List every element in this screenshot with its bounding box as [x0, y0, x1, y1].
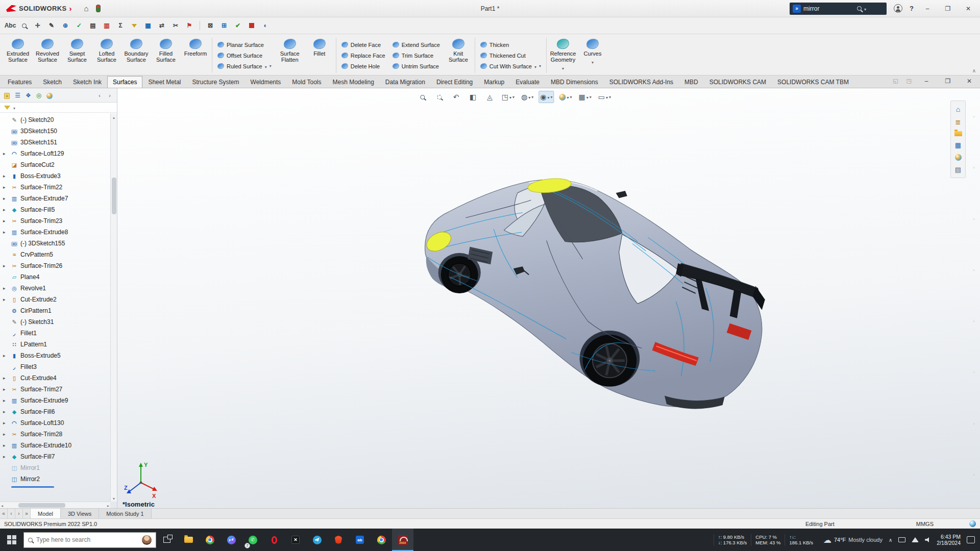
- doc-restore-icon[interactable]: [893, 78, 898, 85]
- tree-item[interactable]: Surface-Trim22: [2, 182, 117, 193]
- scroll-up-icon[interactable]: [113, 113, 115, 120]
- home-button[interactable]: ⌂: [81, 3, 92, 14]
- propertymanager-tab[interactable]: [15, 92, 20, 99]
- ribbon-button[interactable]: Boundary Surface: [121, 36, 151, 75]
- tree-item[interactable]: SurfaceCut2: [2, 159, 117, 170]
- tree-item[interactable]: Cut-Extrude2: [2, 294, 117, 305]
- grid-button[interactable]: ⊞: [218, 19, 230, 32]
- ribbon-button[interactable]: Filled Surface: [151, 36, 181, 75]
- zoom-fit-button[interactable]: [416, 91, 429, 103]
- expand-arrow-icon[interactable]: [3, 185, 8, 190]
- opera-button[interactable]: [263, 529, 285, 551]
- surface-flatten-button[interactable]: Surface Flatten: [275, 36, 305, 75]
- tree-item[interactable]: LPattern1: [2, 339, 117, 350]
- tree-item[interactable]: Revolve1: [2, 283, 117, 294]
- toolbar-separator[interactable]: [200, 21, 200, 30]
- tree-item[interactable]: 3DSketch150: [2, 126, 117, 137]
- expand-arrow-icon[interactable]: [3, 353, 8, 358]
- ab-app-button[interactable]: ab: [349, 529, 371, 551]
- search-icon[interactable]: [857, 6, 862, 11]
- appearances-button[interactable]: [955, 154, 962, 161]
- taskbar-search-input[interactable]: [36, 536, 138, 543]
- scrollbar-thumb[interactable]: [18, 503, 65, 508]
- curves-button[interactable]: Curves: [578, 36, 607, 75]
- scroll-down-icon[interactable]: [113, 494, 115, 502]
- dynamic-annotation-button[interactable]: [483, 91, 497, 103]
- x-app-button[interactable]: [285, 529, 306, 551]
- tree-item[interactable]: Surface-Extrude8: [2, 227, 117, 238]
- flag-button[interactable]: ⚑: [183, 19, 195, 32]
- tree-item[interactable]: Surface-Trim28: [2, 429, 117, 440]
- command-tab[interactable]: Mesh Modeling: [327, 76, 379, 88]
- command-tab[interactable]: Evaluate: [510, 76, 545, 88]
- tree-item[interactable]: Plane4: [2, 271, 117, 283]
- command-tab[interactable]: SOLIDWORKS CAM TBM: [772, 76, 854, 88]
- view-settings-button[interactable]: [597, 91, 612, 103]
- panel-prev-button[interactable]: [96, 92, 103, 98]
- expand-arrow-icon[interactable]: [3, 196, 8, 201]
- task-pane-edge-icon[interactable]: ▫: [973, 369, 975, 375]
- ribbon-button[interactable]: Extruded Surface: [3, 36, 33, 75]
- spell-checker-button[interactable]: Abc: [4, 19, 16, 32]
- document-tab[interactable]: 3D Views: [61, 509, 99, 518]
- web-globe-button[interactable]: ⊕: [59, 19, 71, 32]
- minimize-button[interactable]: [921, 5, 934, 12]
- expand-arrow-icon[interactable]: [3, 151, 8, 156]
- edit-appearance-button[interactable]: [557, 91, 573, 103]
- annotation-note-button[interactable]: ✎: [45, 19, 58, 32]
- view-orientation-button[interactable]: [500, 91, 516, 103]
- command-tab[interactable]: SOLIDWORKS CAM: [704, 76, 772, 88]
- tree-item[interactable]: 3DSketch151: [2, 137, 117, 148]
- zoom-magnifier-button[interactable]: [18, 19, 30, 32]
- ribbon-button[interactable]: Lofted Surface: [92, 36, 121, 75]
- doc-close-button[interactable]: [963, 78, 976, 85]
- tree-item[interactable]: Surface-Loft129: [2, 148, 117, 159]
- equations-button[interactable]: Σ: [114, 19, 127, 32]
- command-tab[interactable]: SOLIDWORKS Add-Ins: [604, 76, 679, 88]
- task-view-button[interactable]: [156, 529, 178, 551]
- tree-item[interactable]: Boss-Extrude5: [2, 350, 117, 361]
- tree-item[interactable]: Boss-Extrude3: [2, 170, 117, 182]
- doc-tab-nav-button[interactable]: ›: [15, 509, 23, 518]
- command-tab[interactable]: MBD Dimensions: [545, 76, 604, 88]
- graphics-area[interactable]: Y X Z *Isometric: [117, 88, 980, 508]
- expand-arrow-icon[interactable]: [3, 420, 8, 425]
- knit-surface-button[interactable]: Knit Surface: [444, 36, 473, 75]
- expand-arrow-icon[interactable]: [3, 218, 8, 223]
- weather-widget[interactable]: 74°F Mostly cloudy: [823, 535, 883, 545]
- rebuild-button[interactable]: [93, 3, 104, 14]
- expand-arrow-icon[interactable]: [3, 398, 8, 403]
- whatsapp-button[interactable]: 7: [242, 529, 263, 551]
- previous-view-button[interactable]: [450, 91, 463, 103]
- hidden-icons-button[interactable]: [889, 536, 892, 543]
- measure-button[interactable]: ⊠: [204, 19, 216, 32]
- solidworks-search[interactable]: [790, 3, 887, 15]
- custom-properties-button[interactable]: [955, 166, 961, 173]
- dimxpertmanager-tab[interactable]: [36, 92, 41, 99]
- expand-arrow-icon[interactable]: [3, 443, 8, 448]
- close-button[interactable]: [962, 5, 975, 12]
- file-explorer-pane-button[interactable]: [954, 131, 962, 136]
- view-palette-button[interactable]: [955, 141, 961, 149]
- ribbon-button[interactable]: Ruled Surface: [217, 62, 272, 71]
- maximize-button[interactable]: [941, 5, 954, 12]
- design-checker-button[interactable]: ✓: [73, 19, 85, 32]
- tree-item[interactable]: Cut-Extrude4: [2, 372, 117, 384]
- doc-tab-nav-button[interactable]: ‹: [8, 509, 15, 518]
- telegram-button[interactable]: [306, 529, 328, 551]
- tree-item[interactable]: Surface-Trim26: [2, 260, 117, 271]
- search-input[interactable]: [803, 5, 854, 12]
- expand-arrow-icon[interactable]: [3, 173, 8, 179]
- doc-tab-nav-button[interactable]: «: [0, 509, 8, 518]
- ribbon-button[interactable]: Replace Face: [341, 51, 385, 60]
- design-library-button[interactable]: [955, 118, 961, 126]
- apply-scene-button[interactable]: [577, 91, 593, 103]
- tree-item[interactable]: Surface-Extrude9: [2, 395, 117, 406]
- tree-item[interactable]: Surface-Fill6: [2, 406, 117, 417]
- tree-item[interactable]: Surface-Extrude7: [2, 193, 117, 204]
- fillet-button[interactable]: Fillet: [305, 36, 334, 75]
- tree-item[interactable]: Surface-Loft130: [2, 417, 117, 429]
- pattern-tool-button[interactable]: ▦: [142, 19, 154, 32]
- scrollbar-thumb[interactable]: [112, 178, 116, 214]
- ribbon-button[interactable]: Revolved Surface: [33, 36, 62, 75]
